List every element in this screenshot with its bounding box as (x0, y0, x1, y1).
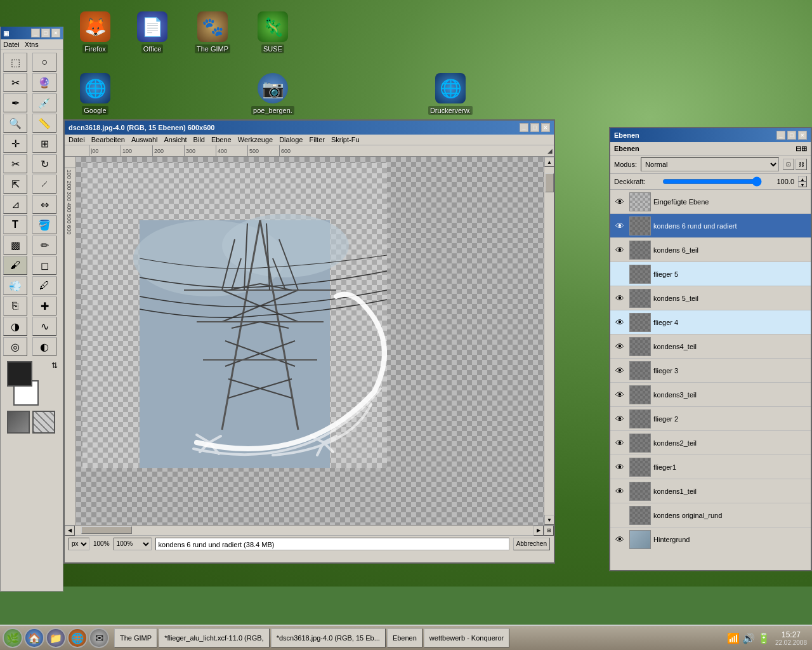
taskbar-item-gimp-main[interactable]: The GIMP (114, 628, 157, 647)
taskbar-show-desktop[interactable]: 🏠 (24, 628, 44, 648)
desktop-icon-suse[interactable]: 🦎 SUSE (247, 11, 298, 53)
gimp-close[interactable]: × (541, 123, 550, 132)
gimp-minimize[interactable]: _ (520, 123, 528, 132)
tool-pencil[interactable]: ✏ (32, 235, 56, 255)
tool-airbrush[interactable]: 💨 (3, 276, 27, 295)
foreground-color[interactable] (7, 361, 32, 387)
tool-shear[interactable]: ⟋ (32, 175, 56, 194)
menu-bild[interactable]: Bild (193, 136, 205, 143)
tray-network-icon[interactable]: 📶 (727, 632, 740, 644)
tool-measure[interactable]: 📏 (32, 114, 56, 133)
tool-flip[interactable]: ⇔ (32, 195, 56, 214)
layer-eye-13[interactable]: 👁 (613, 484, 627, 498)
menu-skript-fu[interactable]: Skript-Fu (331, 136, 360, 143)
menu-filter[interactable]: Filter (309, 136, 324, 143)
scroll-thumb-h[interactable] (81, 526, 132, 534)
layer-eye-11[interactable]: 👁 (613, 436, 627, 450)
layers-minimize[interactable]: _ (776, 131, 785, 140)
tool-desaturate[interactable]: ◐ (32, 337, 56, 356)
layer-item-15[interactable]: 👁Hintergrund (610, 527, 811, 549)
desktop-icon-office[interactable]: 📄 Office (127, 11, 178, 53)
layer-eye-9[interactable]: 👁 (613, 388, 627, 402)
taskbar-files[interactable]: 📁 (46, 628, 66, 648)
cancel-button[interactable]: Abbrechen (513, 538, 550, 550)
tool-ellipse-select[interactable]: ○ (32, 53, 56, 72)
zoom-select[interactable]: 100% (114, 538, 152, 550)
taskbar-home-btn[interactable]: 🌿 (3, 628, 23, 648)
layers-maximize[interactable]: □ (787, 131, 796, 140)
tool-zoom[interactable]: 🔍 (3, 114, 27, 133)
layer-eye-3[interactable]: 👁 (613, 243, 627, 257)
tool-dodge-burn[interactable]: ◑ (3, 317, 27, 336)
tool-smudge[interactable]: ∿ (32, 317, 56, 336)
scroll-thumb-v[interactable] (545, 173, 554, 192)
tool-clone[interactable]: ⎘ (3, 296, 27, 315)
menu-datei-img[interactable]: Datei (69, 136, 85, 143)
taskbar-item-dscn[interactable]: *dscn3618.jpg-4.0 (RGB, 15 Eb... (271, 628, 386, 647)
tool-text[interactable]: T (3, 215, 27, 234)
tool-move[interactable]: ✛ (3, 134, 27, 153)
layer-eye-10[interactable]: 👁 (613, 412, 627, 426)
toolbox-minimize[interactable]: _ (31, 29, 40, 37)
desktop-icon-poe[interactable]: 📷 poe_bergen. (247, 73, 298, 115)
tool-eraser[interactable]: ◻ (32, 256, 56, 275)
layer-eye-15[interactable]: 👁 (613, 533, 627, 547)
layer-eye-14[interactable] (613, 508, 627, 522)
toolbox-close[interactable]: × (51, 29, 60, 37)
tool-fuzzy-select[interactable]: 🔮 (32, 73, 56, 92)
layer-item-5[interactable]: 👁kondens 5_teil (610, 286, 811, 310)
tool-heal[interactable]: ✚ (32, 296, 56, 315)
tool-align[interactable]: ⊞ (32, 134, 56, 153)
tool-free-select[interactable]: ✂ (3, 73, 27, 92)
tool-convolve[interactable]: ◎ (3, 337, 27, 356)
layer-chain[interactable]: ⛓ (796, 159, 807, 170)
tool-perspective[interactable]: ⊿ (3, 195, 27, 214)
taskbar-item-wettbewerb[interactable]: wettbewerb - Konqueror (424, 628, 509, 647)
layer-lock-alpha[interactable]: ⊡ (783, 159, 794, 170)
opacity-decrement[interactable]: ▼ (798, 182, 807, 187)
tool-color-pick[interactable]: 💉 (32, 93, 56, 112)
pattern-preview[interactable] (32, 411, 55, 434)
swap-colors-icon[interactable]: ⇅ (51, 361, 58, 370)
layers-close[interactable]: × (798, 131, 807, 140)
taskbar-item-ebenen[interactable]: Ebenen (387, 628, 422, 647)
layer-eye-12[interactable]: 👁 (613, 460, 627, 474)
layer-item-1[interactable]: 👁Eingefügte Ebene (610, 190, 811, 214)
layer-eye-6[interactable]: 👁 (613, 315, 627, 329)
opacity-slider[interactable] (662, 176, 762, 187)
unit-select[interactable]: px (69, 538, 89, 550)
toolbox-maximize[interactable]: □ (41, 29, 50, 37)
layers-options-btn[interactable]: ⊟⊞ (796, 145, 807, 153)
desktop-icon-drucker[interactable]: 🌐 Druckerverw. (425, 73, 476, 115)
canvas-corner[interactable]: ◢ (547, 147, 554, 154)
scroll-right-btn[interactable]: ▶ (534, 526, 544, 536)
taskbar-browser[interactable]: 🌐 (67, 628, 88, 648)
layer-item-9[interactable]: 👁kondens3_teil (610, 383, 811, 407)
layer-eye-2[interactable]: 👁 (613, 219, 627, 233)
layer-item-6[interactable]: 👁flieger 4 (610, 310, 811, 335)
tool-bucket-fill[interactable]: 🪣 (32, 215, 56, 234)
tool-paintbrush[interactable]: 🖌 (3, 256, 27, 275)
desktop-icon-gimp[interactable]: 🐾 The GIMP (187, 11, 238, 53)
gimp-maximize[interactable]: □ (530, 123, 539, 132)
menu-bearbeiten[interactable]: Bearbeiten (91, 136, 125, 143)
layer-eye-5[interactable]: 👁 (613, 291, 627, 305)
menu-auswahl[interactable]: Auswahl (131, 136, 158, 143)
menu-xtns[interactable]: Xtns (25, 41, 39, 48)
mode-select[interactable]: Normal (641, 157, 779, 171)
layer-item-11[interactable]: 👁kondens2_teil (610, 431, 811, 455)
taskbar-item-flieger[interactable]: *flieger_alu_licht.xcf-11.0 (RGB, (159, 628, 270, 647)
desktop-icon-firefox[interactable]: 🦊 Firefox (70, 11, 121, 53)
layer-item-14[interactable]: kondens original_rund (610, 503, 811, 527)
menu-datei[interactable]: Datei (3, 41, 20, 48)
menu-werkzeuge[interactable]: Werkzeuge (238, 136, 273, 143)
layer-item-12[interactable]: 👁flieger1 (610, 455, 811, 479)
layer-eye-1[interactable]: 👁 (613, 195, 627, 209)
opacity-increment[interactable]: ▲ (798, 176, 807, 182)
layer-item-13[interactable]: 👁kondens1_teil (610, 479, 811, 503)
tray-sound-icon[interactable]: 🔊 (742, 632, 755, 644)
scroll-corner-btn[interactable]: ⊞ (544, 526, 554, 536)
tool-crop[interactable]: ✂ (3, 154, 27, 173)
layer-item-10[interactable]: 👁flieger 2 (610, 407, 811, 431)
tool-rotate[interactable]: ↻ (32, 154, 56, 173)
